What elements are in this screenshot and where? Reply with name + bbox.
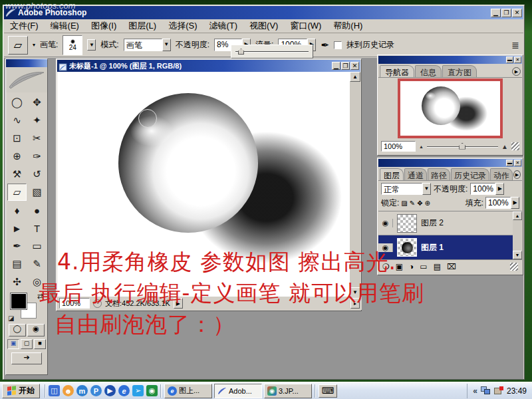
tool-slice[interactable]: ✂ — [27, 130, 47, 147]
tool-pen[interactable]: ✒ — [7, 237, 27, 255]
quicklaunch-ie-icon[interactable]: e — [118, 385, 130, 396]
task-button-image-viewer[interactable]: ◉ 3.JP... — [264, 384, 312, 398]
blend-dropdown-arrow-icon[interactable]: ▼ — [422, 183, 431, 195]
airbrush-icon[interactable]: ✒ — [321, 39, 329, 51]
tool-eyedropper[interactable]: ✎ — [27, 255, 47, 273]
quicklaunch-maxthon-icon[interactable]: m — [76, 385, 88, 396]
mode-select[interactable]: 画笔 ▼ — [124, 39, 171, 51]
scroll-up-arrow-icon[interactable]: ▲ — [350, 72, 360, 82]
layer-mask-icon[interactable]: ▣ — [396, 262, 403, 271]
layers-menu-icon[interactable]: ▶ — [513, 170, 521, 179]
layers-opacity-arrow-icon[interactable]: ▶ — [495, 183, 504, 195]
layers-scrollbar[interactable]: ▲ ▼ — [513, 211, 522, 259]
document-titlebar[interactable]: 未标题-1 @ 100% (图层 1, RGB/8) ▁ ❐ ✕ — [57, 60, 360, 72]
navigator-close-icon[interactable]: ✕ — [514, 57, 521, 63]
fullscreen-menubar-button[interactable]: ▢ — [21, 339, 33, 349]
tool-move[interactable]: ✥ — [27, 94, 47, 111]
window-titlebar[interactable]: Adobe Photoshop ▁ ❐ ✕ — [4, 6, 523, 19]
maximize-button[interactable]: ❐ — [501, 9, 511, 17]
layer-row-1-selected[interactable]: ◉ 图层 1 — [378, 235, 522, 259]
tab-channels[interactable]: 通道 — [404, 168, 427, 180]
layer2-visibility-eye-icon[interactable]: ◉ — [378, 219, 393, 227]
jump-to-imageready-button[interactable]: ➔ — [11, 352, 42, 364]
lock-position-icon[interactable]: ✥ — [417, 200, 422, 207]
close-button[interactable]: ✕ — [512, 9, 522, 17]
delete-layer-icon[interactable]: ⌧ — [447, 262, 456, 271]
tab-layers[interactable]: 图层 — [380, 168, 404, 180]
layers-opacity-control[interactable]: 100% ▶ — [470, 183, 504, 195]
tool-shape[interactable]: ▭ — [27, 237, 47, 255]
menu-view[interactable]: 视图(V) — [243, 18, 284, 34]
fill-control[interactable]: 100% ▶ — [485, 197, 519, 209]
tool-path-select[interactable]: ► — [7, 219, 27, 237]
tool-notes[interactable]: ▤ — [7, 255, 27, 273]
menu-layer[interactable]: 图层(L) — [122, 18, 162, 34]
tray-collapse-chevron-icon[interactable]: « — [473, 386, 477, 396]
tool-eraser[interactable]: ▱ — [7, 184, 27, 201]
quicklaunch-desktop-icon[interactable]: ◫ — [49, 385, 60, 396]
tray-clock[interactable]: 23:49 — [507, 386, 527, 396]
brush-picker-arrow[interactable]: ▼ — [87, 39, 96, 51]
start-button[interactable]: 开始 — [2, 384, 40, 398]
tab-info[interactable]: 信息 — [415, 65, 442, 77]
tab-histogram[interactable]: 直方图 — [442, 65, 477, 77]
tool-history-brush[interactable]: ↺ — [27, 166, 47, 183]
navigator-zoom-field[interactable]: 100% — [381, 141, 416, 152]
tray-network-icon[interactable] — [481, 386, 491, 395]
tab-navigator[interactable]: 导航器 — [380, 65, 414, 77]
new-group-icon[interactable]: ▭ — [420, 262, 427, 271]
quicklaunch-thunder-icon[interactable]: ➢ — [132, 385, 144, 396]
tool-magic-wand[interactable]: ✦ — [27, 112, 47, 129]
layer2-name[interactable]: 图层 2 — [421, 217, 444, 229]
tray-messenger-icon[interactable] — [494, 386, 503, 395]
quicklaunch-pet-icon[interactable]: ☻ — [63, 385, 74, 396]
tool-brush[interactable]: ✑ — [27, 148, 47, 165]
navigator-slider-thumb[interactable] — [459, 143, 466, 150]
tool-clone-stamp[interactable]: ⚒ — [7, 166, 27, 183]
default-colors-icon[interactable]: ◪ — [8, 315, 14, 322]
brush-preview-button[interactable]: 24 — [63, 35, 82, 55]
menu-window[interactable]: 窗口(W) — [284, 18, 327, 34]
layers-scroll-down-icon[interactable]: ▼ — [513, 251, 522, 259]
lock-all-icon[interactable]: ⊕ — [425, 200, 430, 207]
tool-lasso[interactable]: ∿ — [7, 112, 27, 129]
layers-minimize-icon[interactable]: ▬ — [506, 160, 513, 166]
navigator-menu-icon[interactable]: ▶ — [512, 67, 521, 76]
fill-arrow-icon[interactable]: ▶ — [511, 197, 519, 209]
layers-titlebar[interactable]: ▬ ✕ — [378, 159, 522, 167]
navigator-resize-grip[interactable] — [511, 142, 519, 150]
tool-blur[interactable]: ♦ — [7, 201, 27, 219]
quicklaunch-pplive-icon[interactable]: P — [90, 385, 102, 396]
layers-resize-grip[interactable] — [510, 263, 518, 271]
task-button-photoshop[interactable]: Adob... — [214, 384, 262, 398]
opacity-slider[interactable] — [235, 49, 309, 55]
tool-crop[interactable]: ⊡ — [7, 130, 27, 147]
task-button-webpage[interactable]: e 图上... — [164, 384, 212, 398]
fullscreen-button[interactable]: ■ — [34, 339, 46, 349]
tab-paths[interactable]: 路径 — [428, 168, 450, 180]
tool-type[interactable]: T — [27, 219, 47, 237]
doc-maximize-button[interactable]: ❐ — [341, 62, 350, 70]
quicklaunch-acdsee-icon[interactable]: ◉ — [146, 385, 158, 396]
quicklaunch-mediaplayer-icon[interactable]: ▶ — [104, 385, 116, 396]
palette-well-icon[interactable]: ≣ — [511, 40, 519, 51]
doc-minimize-button[interactable]: ▁ — [332, 62, 340, 70]
layers-close-icon[interactable]: ✕ — [514, 160, 521, 166]
lock-paint-icon[interactable]: ✎ — [410, 200, 415, 207]
lock-transparency-icon[interactable]: ▨ — [401, 200, 407, 207]
tool-burn[interactable]: ● — [27, 201, 47, 219]
photoshop-logo[interactable] — [6, 67, 47, 92]
eraser-tool-button[interactable]: ▱ — [8, 36, 28, 55]
erase-history-checkbox[interactable] — [334, 41, 342, 49]
standard-mode-button[interactable]: ◯ — [9, 324, 26, 336]
navigator-zoom-slider[interactable] — [427, 143, 498, 150]
mode-dropdown-arrow-icon[interactable]: ▼ — [162, 39, 171, 51]
new-layer-icon[interactable]: ▤ — [434, 262, 441, 271]
standard-screen-button[interactable]: ▣ — [7, 339, 19, 349]
menu-file[interactable]: 文件(F) — [4, 18, 45, 34]
layers-scroll-up-icon[interactable]: ▲ — [513, 211, 522, 220]
tool-preset-arrow-icon[interactable]: ▾ — [33, 42, 35, 48]
minimize-button[interactable]: ▁ — [491, 9, 501, 17]
menu-edit[interactable]: 编辑(E) — [45, 18, 85, 34]
menu-select[interactable]: 选择(S) — [162, 18, 203, 34]
